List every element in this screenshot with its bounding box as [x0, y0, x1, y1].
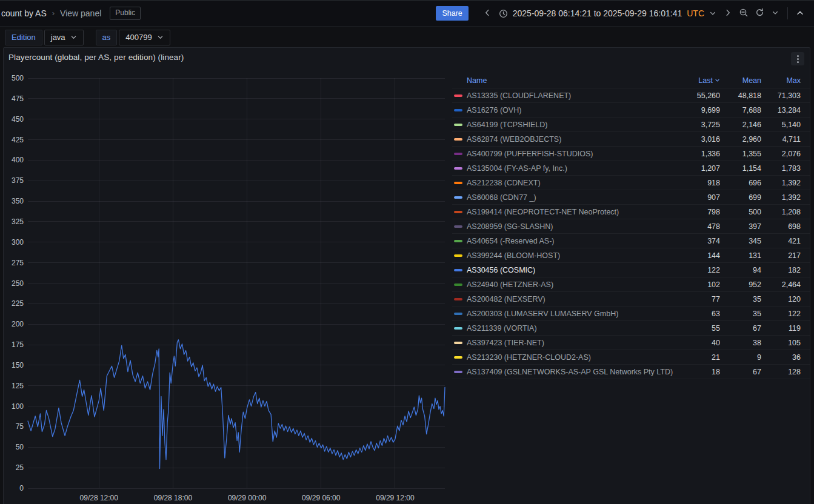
series-name[interactable]: AS64199 (TCPSHIELD): [467, 121, 686, 129]
y-axis-tick-label: 275: [12, 259, 24, 267]
timeseries-panel: Playercount (global, per AS, per edition…: [3, 47, 810, 504]
legend-header-name[interactable]: Name: [467, 76, 686, 85]
time-series-chart[interactable]: 0255075100125150175200225250275300325350…: [4, 72, 450, 504]
panel-title: Playercount (global, per AS, per edition…: [8, 53, 184, 62]
series-last-value: 3,725: [686, 121, 720, 129]
series-color-swatch: [454, 94, 462, 97]
y-axis-tick-label: 400: [12, 156, 24, 164]
series-mean-value: 94: [720, 266, 761, 274]
series-color-swatch: [454, 356, 462, 359]
collapse-controls-button[interactable]: [792, 4, 808, 22]
legend-row: AS30456 (COSMIC)12294182: [452, 263, 810, 277]
series-name[interactable]: AS399244 (BLOOM-HOST): [467, 251, 686, 260]
series-name[interactable]: AS208959 (SG-SLASHN): [467, 222, 686, 231]
series-name[interactable]: AS40654 (-Reserved AS-): [467, 237, 686, 245]
chevron-right-icon: [724, 8, 732, 19]
legend-row: AS399244 (BLOOM-HOST)144131217: [452, 248, 810, 263]
top-navigation-bar: count by AS › View panel Public Share 20…: [0, 0, 814, 27]
series-mean-value: 1,355: [720, 150, 761, 158]
series-name[interactable]: AS13335 (CLOUDFLARENET): [467, 91, 686, 100]
series-name[interactable]: AS24940 (HETZNER-AS): [467, 280, 686, 289]
variable-edition-value-dropdown[interactable]: java: [44, 30, 84, 45]
series-name[interactable]: AS212238 (CDNEXT): [467, 179, 686, 187]
series-name[interactable]: AS397423 (TIER-NET): [467, 339, 686, 347]
series-mean-value: 38: [720, 339, 761, 347]
series-last-value: 374: [686, 237, 720, 245]
series-last-value: 478: [686, 222, 720, 231]
variable-edition-label: Edition: [5, 30, 42, 45]
series-name[interactable]: AS199414 (NEOPROTECT-NET NeoProtect): [467, 208, 686, 216]
chevron-up-icon: [796, 8, 804, 19]
time-range-forward-button[interactable]: [720, 4, 736, 22]
y-axis-tick-label: 225: [12, 299, 24, 308]
topbar-controls: Share 2025-09-28 06:14:21 to 2025-09-29 …: [436, 4, 808, 22]
series-name[interactable]: AS30456 (COSMIC): [467, 266, 686, 274]
series-name[interactable]: AS400799 (PUFFERFISH-STUDIOS): [467, 150, 686, 158]
kebab-icon: [797, 55, 799, 63]
series-name[interactable]: AS137409 (GSLNETWORKS-AS-AP GSL Networks…: [467, 368, 686, 376]
series-mean-value: 345: [720, 237, 761, 245]
legend-header-max[interactable]: Max: [761, 76, 801, 85]
series-color-swatch: [454, 138, 462, 141]
series-name[interactable]: AS16276 (OVH): [467, 106, 686, 114]
legend-row: AS137409 (GSLNETWORKS-AS-AP GSL Networks…: [452, 365, 810, 379]
series-color-swatch: [454, 298, 462, 300]
legend-row: AS40654 (-Reserved AS-)374345421: [452, 234, 810, 248]
legend-table: NameLastMeanMaxAS13335 (CLOUDFLARENET)55…: [452, 73, 810, 379]
series-mean-value: 397: [720, 222, 761, 231]
series-name[interactable]: AS213230 (HETZNER-CLOUD2-AS): [467, 353, 686, 362]
series-color-swatch: [454, 240, 462, 242]
magnifier-minus-icon: [739, 8, 749, 19]
series-max-value: 5,140: [761, 121, 801, 129]
series-line: [28, 340, 445, 469]
time-range-back-button[interactable]: [479, 4, 495, 22]
x-axis-tick-label: 09/29 06:00: [302, 494, 341, 502]
time-range-picker[interactable]: 2025-09-28 06:14:21 to 2025-09-29 16:01:…: [495, 4, 720, 22]
series-name[interactable]: AS135004 (FY-AS-AP fy, Inc.): [467, 164, 686, 173]
series-mean-value: 35: [720, 295, 761, 303]
series-color-swatch: [454, 371, 462, 373]
chevron-left-icon: [483, 8, 492, 19]
zoom-out-time-button[interactable]: [736, 4, 752, 22]
series-color-swatch: [454, 269, 462, 271]
legend-row: AS208959 (SG-SLASHN)478397698: [452, 219, 810, 234]
y-axis-tick-label: 75: [16, 422, 24, 431]
series-max-value: 217: [761, 251, 801, 260]
legend-header-mean[interactable]: Mean: [720, 76, 761, 85]
variable-as-value-dropdown[interactable]: 400799: [119, 30, 170, 45]
y-axis-tick-label: 100: [12, 402, 24, 411]
y-axis-tick-label: 475: [12, 94, 24, 103]
y-axis-tick-label: 150: [12, 361, 24, 370]
legend-row: AS64199 (TCPSHIELD)3,7252,1465,140: [452, 118, 810, 132]
series-name[interactable]: AS62874 (WEB2OBJECTS): [467, 135, 686, 144]
refresh-button[interactable]: [752, 4, 767, 22]
legend-header-last[interactable]: Last: [686, 76, 720, 85]
series-max-value: 1,392: [761, 193, 801, 202]
series-mean-value: 2,960: [720, 135, 761, 144]
legend-row: AS199414 (NEOPROTECT-NET NeoProtect)7985…: [452, 205, 810, 219]
y-axis-tick-label: 125: [12, 382, 24, 390]
series-last-value: 21: [686, 353, 720, 362]
y-axis-tick-label: 350: [12, 197, 24, 205]
series-name[interactable]: AS200303 (LUMASERV LUMASERV GmbH): [467, 310, 686, 318]
legend-row: AS212238 (CDNEXT)9186961,392: [452, 176, 810, 190]
series-name[interactable]: AS60068 (CDN77 _): [467, 193, 686, 202]
y-axis-tick-label: 0: [19, 484, 24, 492]
series-last-value: 40: [686, 339, 720, 347]
y-axis-tick-label: 250: [12, 279, 24, 288]
y-axis-tick-label: 325: [12, 217, 24, 226]
series-max-value: 421: [761, 237, 801, 245]
series-name[interactable]: AS200482 (NEXSERV): [467, 295, 686, 303]
legend-row: AS200303 (LUMASERV LUMASERV GmbH)6335122: [452, 307, 810, 321]
breadcrumb-dashboard-link[interactable]: count by AS: [1, 8, 47, 18]
panel-menu-button[interactable]: [791, 52, 804, 65]
series-mean-value: 1,154: [720, 164, 761, 173]
series-name[interactable]: AS211339 (VORTIA): [467, 324, 686, 333]
refresh-interval-dropdown[interactable]: [767, 4, 783, 22]
breadcrumb-current: View panel: [60, 8, 101, 18]
x-axis-tick-label: 09/29 00:00: [228, 494, 267, 502]
y-axis-tick-label: 50: [16, 443, 24, 451]
y-axis-tick-label: 450: [12, 115, 24, 124]
series-max-value: 2,076: [761, 150, 801, 158]
share-button[interactable]: Share: [436, 6, 468, 21]
